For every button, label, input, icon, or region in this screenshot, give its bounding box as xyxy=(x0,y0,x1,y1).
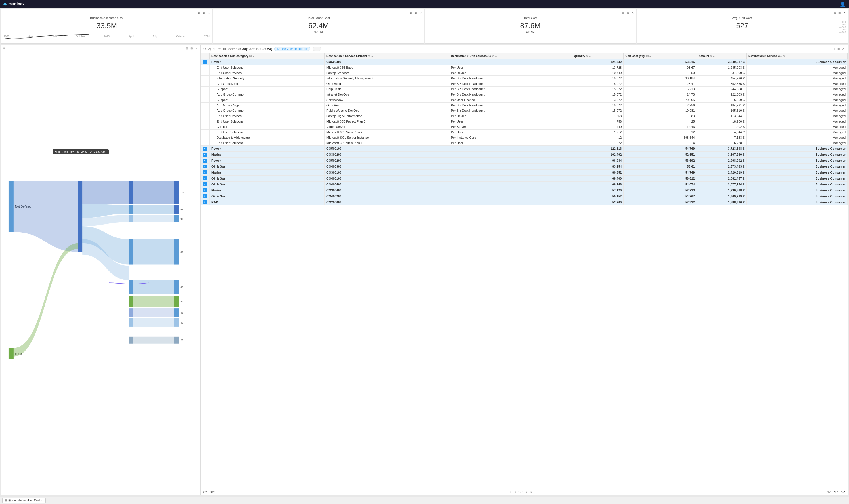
table-row-child[interactable]: App Group AsgardOdin RunPer Biz Dept Hea… xyxy=(201,103,848,108)
refresh-btn[interactable]: ↻ xyxy=(203,47,206,51)
row-expand-4[interactable]: + xyxy=(201,164,210,169)
back-btn[interactable]: ◁ xyxy=(208,47,211,51)
row-expand-5[interactable]: + xyxy=(201,169,210,176)
table-row[interactable]: +PowerCO50020096,98456,6922,998,902 €Bus… xyxy=(201,158,848,164)
row-expand-3[interactable]: + xyxy=(201,158,210,164)
col-header-2[interactable]: Destination > Unit of MeasureA▲ xyxy=(449,53,572,59)
table-row-child[interactable]: SupportHelp DeskPer Biz Dept Headcount15… xyxy=(201,87,848,92)
table-row-child[interactable]: End User SolutionsMicrosoft 365 Visio Pl… xyxy=(201,130,848,135)
row-expand-7[interactable]: + xyxy=(201,181,210,187)
table-row[interactable]: +MarineCO30010080,35254,7492,420,819 €Bu… xyxy=(201,169,848,176)
expand-btn-2[interactable]: + xyxy=(203,152,207,157)
row-expand-6[interactable]: + xyxy=(201,176,210,181)
table-row-child[interactable]: End User DevicesLaptop StandardPer Devic… xyxy=(201,70,848,76)
table-scroll[interactable]: Destination > Sub-categoryA▲Destination … xyxy=(201,53,848,488)
col-header-6[interactable]: Destination > Service C...A xyxy=(746,53,847,59)
row-expand-8[interactable]: + xyxy=(201,187,210,194)
col-header-0[interactable]: Destination > Sub-categoryA▲ xyxy=(210,53,325,59)
table-row-child[interactable]: App Group CommonIntranet DevOpsPer Biz D… xyxy=(201,92,848,97)
expand-btn-10[interactable]: + xyxy=(203,200,207,204)
sankey-minimize-btn[interactable]: ⊟ xyxy=(185,46,189,50)
cell-7-6: Business Consumer xyxy=(746,181,847,187)
sankey-expand-icon[interactable]: ⊞ xyxy=(3,46,5,49)
table-row-child[interactable]: End User DevicesLaptop High-PerformanceP… xyxy=(201,113,848,119)
table-row[interactable]: +R&DCO20000252,20057,3321,588,336 €Busin… xyxy=(201,199,848,205)
expand-btn-5[interactable]: + xyxy=(203,170,207,175)
user-icon[interactable]: 👤 xyxy=(840,1,846,7)
child-cell-0-11-6: Managed xyxy=(746,124,847,130)
expand-btn-6[interactable]: + xyxy=(203,176,207,180)
row-expand-2[interactable]: + xyxy=(201,152,210,158)
col-header-4[interactable]: Unit Cost (avg)#▲ xyxy=(624,53,697,59)
table-row-child[interactable]: App Group AsgardOdin BuildPer Biz Dept H… xyxy=(201,81,848,87)
row-expand-9[interactable]: + xyxy=(201,194,210,199)
kpi-close-bac[interactable]: ✕ xyxy=(207,11,211,15)
table-row[interactable]: +Oil & GasCO40040068,14854,0742,077,154 … xyxy=(201,181,848,187)
table-row-child[interactable]: End User SolutionsMicrosoft 365 BasePer … xyxy=(201,65,848,70)
table-row-child[interactable]: ComputeVirtual ServerPer Server1,44011,9… xyxy=(201,124,848,130)
table-row[interactable]: −PowerCO500300124,33253,5163,840,587 €Bu… xyxy=(201,59,848,65)
expand-btn-7[interactable]: + xyxy=(203,182,207,186)
kpi-minimize-tc[interactable]: ⊟ xyxy=(621,11,625,15)
kpi-tile-tc[interactable]: ⊞ xyxy=(626,11,630,15)
table-row[interactable]: +Oil & GasCO40030083,25453,612,573,463 €… xyxy=(201,164,848,169)
expand-btn-1[interactable]: + xyxy=(203,147,207,150)
kpi-tile-bac[interactable]: ⊞ xyxy=(202,11,206,15)
star-btn[interactable]: ☆ xyxy=(218,47,221,51)
sankey-close-btn[interactable]: ✕ xyxy=(194,46,198,50)
page-prev-btn[interactable]: ‹ xyxy=(514,489,517,494)
table-badge1[interactable]: 12 - Service Composition xyxy=(275,47,310,51)
cell-5-3: 80,352 xyxy=(572,169,624,176)
child-expand-0-10 xyxy=(201,119,210,124)
table-row-child[interactable]: SupportServiceNowPer User License3,07270… xyxy=(201,97,848,103)
col-header-3[interactable]: Quantity#▲ xyxy=(572,53,624,59)
table-row-child[interactable]: Information SecurityInformation Security… xyxy=(201,76,848,81)
bottom-tab-close-btn[interactable]: ✕ xyxy=(41,499,43,502)
table-expand-btn[interactable]: ⊞ xyxy=(836,47,841,51)
sankey-flow xyxy=(134,337,174,344)
kpi-close-auc[interactable]: ✕ xyxy=(843,11,846,15)
expand-btn-4[interactable]: + xyxy=(203,164,207,168)
kpi-tile-auc[interactable]: ⊞ xyxy=(838,11,842,15)
table-row[interactable]: +MarineCO30040057,12052,7231,730,568 €Bu… xyxy=(201,187,848,194)
kpi-tile-tlc[interactable]: ⊞ xyxy=(414,11,418,15)
table-row[interactable]: +Oil & GasCO40020055,15254,7671,669,299 … xyxy=(201,194,848,199)
page-next-btn[interactable]: › xyxy=(525,489,528,494)
forward-btn[interactable]: ▷ xyxy=(213,47,215,51)
child-cell-0-13-4: 598,544 xyxy=(624,135,697,140)
sankey-node-right xyxy=(174,280,179,294)
page-last-btn[interactable]: » xyxy=(529,489,533,494)
bottom-tab[interactable]: ⊟ ⊞ SampleCorp Unit Cost ✕ xyxy=(2,498,46,503)
table-row-child[interactable]: Database & MiddlewareMicrosoft SQL Serve… xyxy=(201,135,848,140)
child-expand-0-3 xyxy=(201,81,210,87)
row-expand-10[interactable]: + xyxy=(201,199,210,205)
cell-10-1: CO200002 xyxy=(325,199,449,205)
child-cell-0-14-1: Microsoft 365 Visio Plan 1 xyxy=(325,140,449,146)
expand-btn-9[interactable]: + xyxy=(203,194,207,198)
table-row-child[interactable]: App Group CommonPublic Website DevOpsPer… xyxy=(201,108,848,113)
table-close-btn[interactable]: ✕ xyxy=(841,47,845,51)
expand-btn-3[interactable]: + xyxy=(203,159,207,163)
row-expand-1[interactable]: + xyxy=(201,146,210,152)
grid-btn[interactable]: ⊞ xyxy=(223,47,226,51)
table-row[interactable]: +MarineCO300200102,49252,5513,107,260 €B… xyxy=(201,152,848,158)
kpi-title-bac: Business Allocated Cost xyxy=(4,16,210,20)
table-row-child[interactable]: End User SolutionsMicrosoft 365 Visio Pl… xyxy=(201,140,848,146)
col-header-1[interactable]: Destination > Service ElementA▲ xyxy=(325,53,449,59)
expand-btn-8[interactable]: + xyxy=(203,188,207,192)
table-row[interactable]: +Oil & GasCO40010068,40056,6122,082,457 … xyxy=(201,176,848,181)
expand-btn-0[interactable]: − xyxy=(203,60,207,64)
page-first-btn[interactable]: « xyxy=(508,489,512,494)
kpi-minimize-auc[interactable]: ⊟ xyxy=(833,11,837,15)
table-row-child[interactable]: End User SolutionsMicrosoft 365 Project … xyxy=(201,119,848,124)
sankey-expand-btn[interactable]: ⊞ xyxy=(190,46,194,50)
kpi-close-tc[interactable]: ✕ xyxy=(631,11,635,15)
kpi-minimize-tlc[interactable]: ⊟ xyxy=(409,11,413,15)
row-expand-0[interactable]: − xyxy=(201,59,210,65)
table-row[interactable]: +PowerCO500100122,31654,7693,723,598 €Bu… xyxy=(201,146,848,152)
kpi-close-tlc[interactable]: ✕ xyxy=(419,11,423,15)
kpi-minimize-bac[interactable]: ⊟ xyxy=(197,11,201,15)
col-header-5[interactable]: Amount#▲ xyxy=(697,53,746,59)
table-minimize-btn[interactable]: ⊟ xyxy=(832,47,836,51)
cell-3-3: 96,984 xyxy=(572,158,624,164)
